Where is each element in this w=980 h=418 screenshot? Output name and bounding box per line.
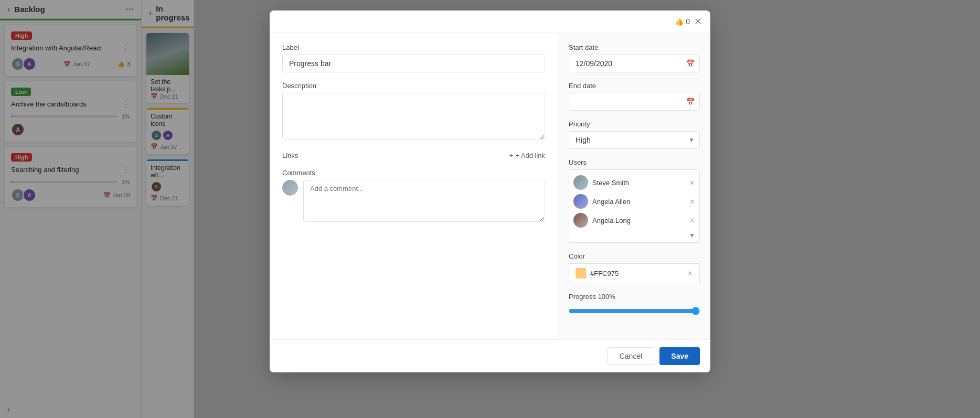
priority-select[interactable]: Low Medium High Critical bbox=[569, 131, 700, 149]
color-label: Color bbox=[569, 252, 700, 260]
progress-slider[interactable] bbox=[569, 307, 700, 315]
task-detail-modal: 👍 0 ✕ Label Description Links bbox=[270, 10, 710, 372]
links-field-label: Links bbox=[282, 152, 298, 159]
commenter-avatar bbox=[282, 180, 298, 196]
user-chip-steve: Steve Smith ✕ bbox=[573, 173, 695, 192]
modal-right-panel: Start date 📅 End date 📅 Priority bbox=[558, 33, 710, 339]
user-chip-angela-l: Angela Long ✕ bbox=[573, 211, 695, 230]
user-chip-left: Angela Allen bbox=[573, 194, 630, 209]
comment-textarea[interactable] bbox=[303, 180, 545, 222]
label-group: Label bbox=[282, 44, 545, 72]
modal-body: Label Description Links + + Add link bbox=[270, 33, 710, 339]
modal-header: 👍 0 ✕ bbox=[270, 10, 710, 33]
add-link-label: + Add link bbox=[515, 152, 545, 159]
start-date-group: Start date 📅 bbox=[569, 44, 700, 72]
thumb-up-icon[interactable]: 👍 bbox=[675, 17, 684, 26]
user-chip-left: Steve Smith bbox=[573, 175, 629, 190]
color-box: #FFC975 ✕ bbox=[569, 263, 700, 283]
modal-like-section: 👍 0 bbox=[675, 17, 690, 26]
user-avatar-steve bbox=[573, 175, 588, 190]
comments-field-label: Comments bbox=[282, 169, 545, 177]
modal-overlay: 👍 0 ✕ Label Description Links bbox=[0, 0, 980, 418]
cancel-button[interactable]: Cancel bbox=[608, 347, 655, 365]
links-group: Links + + Add link bbox=[282, 152, 545, 159]
links-row: Links + + Add link bbox=[282, 152, 545, 159]
priority-select-wrap: Low Medium High Critical ▼ bbox=[569, 131, 700, 149]
end-date-input[interactable] bbox=[569, 93, 700, 111]
remove-color-button[interactable]: ✕ bbox=[687, 270, 693, 277]
progress-label: Progress 100% bbox=[569, 293, 700, 301]
modal-footer: Cancel Save bbox=[270, 339, 710, 372]
user-name-angela-l: Angela Long bbox=[592, 217, 631, 224]
progress-slider-wrap bbox=[569, 305, 700, 319]
user-avatar-angela-l bbox=[573, 213, 588, 228]
users-box: Steve Smith ✕ Angela Allen ✕ bbox=[569, 169, 700, 243]
start-date-input[interactable] bbox=[569, 55, 700, 72]
remove-user-angela-l-button[interactable]: ✕ bbox=[689, 217, 695, 224]
users-group: Users Steve Smith ✕ Angel bbox=[569, 158, 700, 243]
color-swatch bbox=[576, 268, 586, 278]
description-textarea[interactable] bbox=[282, 93, 545, 140]
label-input[interactable] bbox=[282, 55, 545, 72]
description-group: Description bbox=[282, 82, 545, 142]
end-date-label: End date bbox=[569, 82, 700, 90]
description-field-label: Description bbox=[282, 82, 545, 90]
user-chip-left: Angela Long bbox=[573, 213, 631, 228]
color-group: Color #FFC975 ✕ bbox=[569, 252, 700, 283]
save-button[interactable]: Save bbox=[659, 347, 700, 365]
users-dropdown-button[interactable]: ▼ bbox=[573, 230, 695, 239]
start-date-wrap: 📅 bbox=[569, 55, 700, 72]
users-label: Users bbox=[569, 158, 700, 166]
user-name-steve: Steve Smith bbox=[592, 179, 629, 187]
remove-user-steve-button[interactable]: ✕ bbox=[689, 179, 695, 187]
modal-close-button[interactable]: ✕ bbox=[694, 16, 702, 27]
calendar-icon[interactable]: 📅 bbox=[686, 59, 695, 68]
user-chip-angela-a: Angela Allen ✕ bbox=[573, 192, 695, 211]
plus-icon: + bbox=[509, 152, 514, 159]
calendar-icon[interactable]: 📅 bbox=[686, 98, 695, 106]
priority-group: Priority Low Medium High Critical ▼ bbox=[569, 120, 700, 149]
color-left: #FFC975 bbox=[576, 268, 619, 278]
label-field-label: Label bbox=[282, 44, 545, 51]
color-value: #FFC975 bbox=[590, 270, 619, 277]
add-link-button[interactable]: + + Add link bbox=[509, 152, 545, 159]
user-name-angela-a: Angela Allen bbox=[592, 198, 630, 206]
modal-left-panel: Label Description Links + + Add link bbox=[270, 33, 558, 339]
comment-input-row bbox=[282, 180, 545, 222]
remove-user-angela-a-button[interactable]: ✕ bbox=[689, 198, 695, 206]
progress-group: Progress 100% bbox=[569, 293, 700, 319]
end-date-wrap: 📅 bbox=[569, 93, 700, 111]
start-date-label: Start date bbox=[569, 44, 700, 51]
user-avatar-angela-a bbox=[573, 194, 588, 209]
like-count: 0 bbox=[686, 17, 690, 26]
priority-label: Priority bbox=[569, 120, 700, 128]
end-date-group: End date 📅 bbox=[569, 82, 700, 111]
comments-group: Comments bbox=[282, 169, 545, 222]
